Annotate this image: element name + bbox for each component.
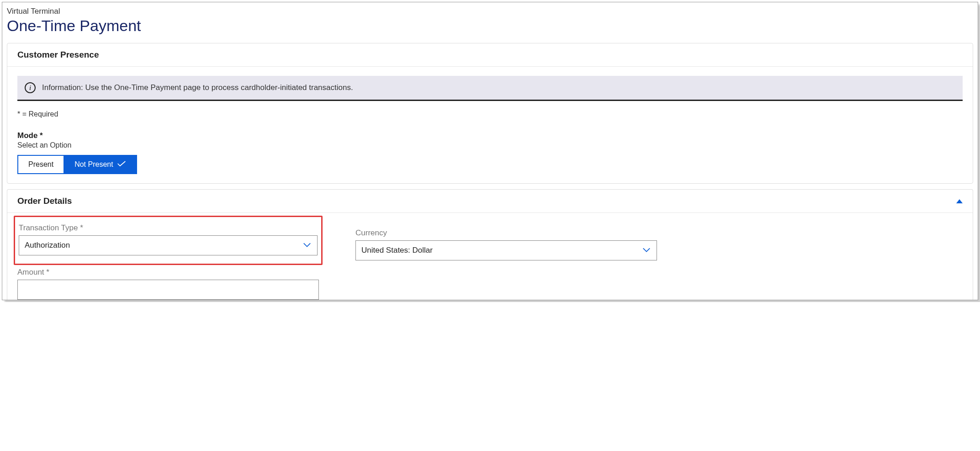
mode-present-label: Present — [28, 160, 53, 169]
info-icon: i — [25, 82, 36, 93]
form-row: Transaction Type * Authorization Amount … — [17, 222, 963, 300]
collapse-icon[interactable] — [956, 199, 963, 203]
info-banner: i Information: Use the One-Time Payment … — [17, 76, 963, 101]
amount-block: Amount * — [17, 268, 319, 300]
transaction-type-label: Transaction Type * — [19, 223, 318, 233]
transaction-type-value: Authorization — [19, 235, 318, 255]
mode-present-button[interactable]: Present — [17, 155, 64, 174]
page-title: One-Time Payment — [7, 17, 973, 35]
mode-label: Mode * — [17, 131, 963, 140]
transaction-type-highlight: Transaction Type * Authorization — [14, 216, 323, 265]
currency-select[interactable]: United States: Dollar — [355, 240, 657, 260]
mode-hint: Select an Option — [17, 141, 963, 149]
customer-presence-heading-text: Customer Presence — [17, 50, 99, 60]
currency-value: United States: Dollar — [355, 240, 657, 260]
currency-col: Currency United States: Dollar — [355, 222, 657, 300]
amount-input[interactable] — [17, 280, 319, 300]
customer-presence-heading: Customer Presence — [7, 43, 973, 67]
info-text: Information: Use the One-Time Payment pa… — [42, 83, 353, 92]
breadcrumb: Virtual Terminal — [7, 7, 973, 16]
order-details-panel: Order Details Transaction Type * Authori… — [7, 189, 973, 300]
page-container: Virtual Terminal One-Time Payment Custom… — [2, 2, 978, 300]
customer-presence-body: i Information: Use the One-Time Payment … — [7, 67, 973, 183]
currency-label: Currency — [355, 228, 657, 238]
mode-not-present-label: Not Present — [74, 160, 113, 169]
mode-toggle: Present Not Present — [17, 155, 963, 174]
check-icon — [117, 160, 126, 169]
order-details-heading: Order Details — [7, 190, 973, 213]
customer-presence-panel: Customer Presence i Information: Use the… — [7, 43, 973, 184]
transaction-type-col: Transaction Type * Authorization Amount … — [17, 222, 319, 300]
required-note: * = Required — [17, 110, 963, 118]
amount-label: Amount * — [17, 268, 319, 277]
order-details-heading-text: Order Details — [17, 196, 72, 206]
mode-not-present-button[interactable]: Not Present — [64, 155, 137, 174]
order-details-body: Transaction Type * Authorization Amount … — [7, 213, 973, 300]
transaction-type-select[interactable]: Authorization — [19, 235, 318, 255]
